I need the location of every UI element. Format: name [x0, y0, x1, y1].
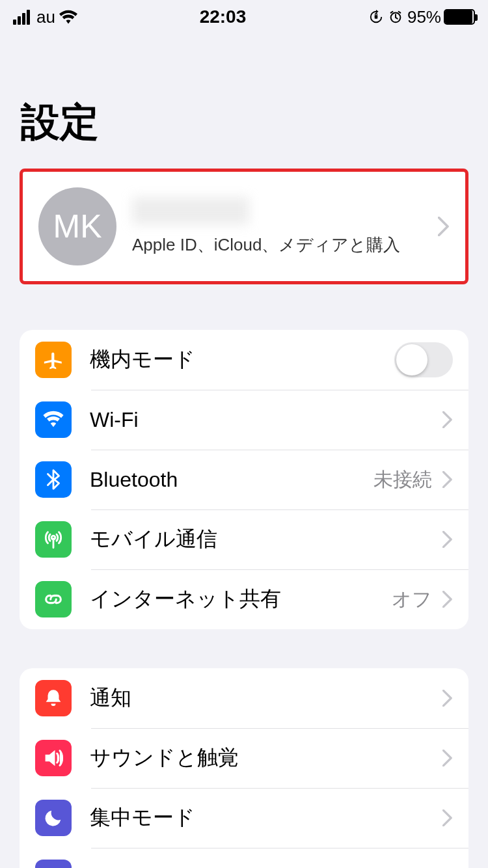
signal-icon: [13, 10, 30, 25]
apple-id-row[interactable]: MK Apple ID、iCloud、メディアと購入: [23, 172, 465, 281]
airplane-mode-row[interactable]: 機内モード: [20, 330, 468, 390]
chevron-right-icon: [438, 217, 450, 236]
chevron-right-icon: [442, 531, 453, 548]
antenna-icon: [35, 521, 72, 558]
link-icon: [35, 581, 72, 617]
chevron-right-icon: [442, 471, 453, 488]
screentime-label: スクリーンタイム: [90, 863, 442, 868]
chevron-right-icon: [442, 809, 453, 826]
chevron-right-icon: [442, 411, 453, 428]
carrier-label: au: [36, 7, 55, 27]
battery-indicator: 95%: [407, 7, 475, 27]
hotspot-label: インターネット共有: [90, 585, 392, 614]
sounds-row[interactable]: サウンドと触覚: [20, 728, 468, 788]
chevron-right-icon: [442, 591, 453, 608]
airplane-mode-label: 機内モード: [90, 346, 394, 374]
wifi-row[interactable]: Wi-Fi: [20, 390, 468, 450]
bluetooth-value: 未接続: [373, 467, 432, 493]
mobile-data-label: モバイル通信: [90, 525, 442, 554]
svg-rect-0: [375, 15, 378, 19]
clock: 22:03: [200, 7, 247, 27]
speaker-icon: [35, 740, 72, 776]
sounds-label: サウンドと触覚: [90, 744, 442, 772]
hourglass-icon: [35, 860, 72, 868]
profile-subtitle: Apple ID、iCloud、メディアと購入: [132, 234, 422, 256]
notifications-row[interactable]: 通知: [20, 668, 468, 728]
connectivity-group: 機内モード Wi-Fi Bluetooth 未接続 モバイル通信 インターネット…: [20, 330, 468, 629]
wifi-row-icon: [35, 401, 72, 438]
status-right: 95%: [368, 7, 475, 27]
wifi-icon: [59, 10, 77, 24]
profile-name-redacted: [132, 197, 249, 224]
mobile-data-row[interactable]: モバイル通信: [20, 509, 468, 569]
profile-group: MK Apple ID、iCloud、メディアと購入: [20, 169, 468, 284]
bluetooth-icon: [35, 461, 72, 498]
wifi-label: Wi-Fi: [90, 408, 442, 432]
bluetooth-label: Bluetooth: [90, 468, 373, 492]
airplane-icon: [35, 342, 72, 378]
page-title: 設定: [0, 31, 488, 169]
bluetooth-row[interactable]: Bluetooth 未接続: [20, 450, 468, 509]
focus-row[interactable]: 集中モード: [20, 788, 468, 848]
focus-label: 集中モード: [90, 804, 442, 832]
alarm-icon: [388, 9, 403, 25]
moon-icon: [35, 800, 72, 836]
status-left: au: [13, 7, 77, 27]
notifications-label: 通知: [90, 684, 442, 712]
battery-percent: 95%: [407, 7, 441, 27]
chevron-right-icon: [442, 690, 453, 707]
battery-icon: [444, 9, 475, 25]
hotspot-value: オフ: [392, 586, 432, 613]
orientation-lock-icon: [368, 9, 384, 25]
hotspot-row[interactable]: インターネット共有 オフ: [20, 569, 468, 629]
status-bar: au 22:03 95%: [0, 0, 488, 31]
profile-text: Apple ID、iCloud、メディアと購入: [132, 197, 422, 256]
general-group: 通知 サウンドと触覚 集中モード スクリーンタイム: [20, 668, 468, 868]
screentime-row[interactable]: スクリーンタイム: [20, 848, 468, 868]
chevron-right-icon: [442, 750, 453, 766]
bell-icon: [35, 680, 72, 716]
avatar: MK: [38, 187, 116, 265]
airplane-mode-switch[interactable]: [394, 342, 453, 377]
